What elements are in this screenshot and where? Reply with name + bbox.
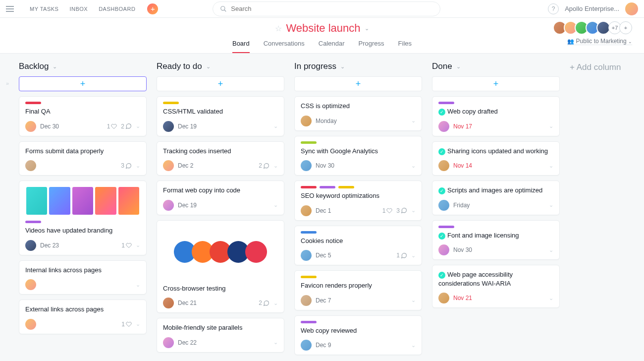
nav-dashboard[interactable]: DASHBOARD	[99, 6, 135, 12]
task-card[interactable]: Format web copy into codeDec 19⌄	[157, 180, 284, 215]
assignee-avatar[interactable]	[438, 293, 449, 303]
task-card[interactable]: ✓Font and image licensingNov 30⌄	[432, 220, 560, 260]
task-card[interactable]: ✓Web page accessibility considerations W…	[432, 265, 560, 308]
card-menu-chevron[interactable]: ⌄	[549, 163, 553, 169]
user-avatar[interactable]	[625, 2, 638, 15]
task-card[interactable]: ✓Web copy draftedNov 17⌄	[432, 96, 560, 136]
card-menu-chevron[interactable]: ⌄	[411, 252, 416, 259]
task-card[interactable]: CSS/HTML validatedDec 19⌄	[157, 96, 284, 136]
assignee-avatar[interactable]	[301, 295, 312, 306]
add-card-button[interactable]: +	[294, 76, 422, 91]
add-card-button[interactable]: +	[157, 76, 284, 91]
nav-my-tasks[interactable]: MY TASKS	[30, 6, 58, 12]
assignee-avatar[interactable]	[163, 121, 174, 132]
card-menu-chevron[interactable]: ⌄	[411, 163, 416, 169]
task-card[interactable]: Internal links across pages⌄	[19, 260, 147, 295]
task-card[interactable]: Forms submit data properly3⌄	[19, 141, 147, 176]
card-menu-chevron[interactable]: ⌄	[549, 202, 553, 208]
card-menu-chevron[interactable]: ⌄	[273, 163, 278, 169]
card-menu-chevron[interactable]: ⌄	[549, 123, 553, 129]
nav-inbox[interactable]: INBOX	[69, 6, 88, 12]
task-card[interactable]: ✓Sharing icons updated and workingNov 14…	[432, 141, 560, 176]
comment-count[interactable]: 1	[396, 252, 407, 259]
like-count[interactable]: 1	[107, 123, 117, 130]
add-column-button[interactable]: + Add column	[570, 61, 621, 73]
workspace-name[interactable]: Apollo Enterprise...	[565, 5, 619, 12]
like-count[interactable]: 1	[382, 207, 393, 214]
add-card-button[interactable]: +	[432, 76, 560, 91]
card-menu-chevron[interactable]: ⌄	[549, 295, 553, 301]
assignee-avatar[interactable]	[25, 319, 36, 330]
card-menu-chevron[interactable]: ⌄	[411, 342, 416, 349]
task-card[interactable]: Cookies noticeDec 51⌄	[294, 226, 422, 266]
project-members[interactable]: +7 +	[556, 21, 632, 35]
card-menu-chevron[interactable]: ⌄	[136, 321, 140, 327]
task-card[interactable]: SEO keyword optimizationsDec 113⌄	[294, 180, 422, 221]
like-count[interactable]: 1	[121, 242, 132, 249]
search-input[interactable]	[231, 5, 433, 12]
comment-count[interactable]: 3	[121, 162, 132, 169]
comment-count[interactable]: 3	[396, 207, 407, 214]
search-box[interactable]	[213, 1, 440, 16]
quick-add-button[interactable]: +	[147, 3, 158, 14]
task-card[interactable]: Sync with Google AnalyticsNov 30⌄	[294, 136, 422, 176]
task-card[interactable]: External links across pages1⌄	[19, 300, 147, 334]
tab-calendar[interactable]: Calendar	[319, 37, 345, 53]
menu-icon[interactable]	[6, 3, 18, 15]
task-card[interactable]: Cross-browser testingDec 212⌄	[157, 220, 284, 313]
assignee-avatar[interactable]	[163, 298, 174, 308]
card-menu-chevron[interactable]: ⌄	[411, 207, 416, 214]
card-menu-chevron[interactable]: ⌄	[273, 339, 278, 346]
column-menu-chevron[interactable]: ⌄	[456, 63, 461, 70]
star-icon[interactable]: ☆	[275, 24, 282, 33]
assignee-avatar[interactable]	[438, 160, 449, 171]
add-card-button[interactable]: +	[19, 76, 147, 91]
assignee-avatar[interactable]	[25, 279, 36, 290]
card-menu-chevron[interactable]: ⌄	[136, 242, 140, 248]
assignee-avatar[interactable]	[25, 121, 36, 132]
card-menu-chevron[interactable]: ⌄	[136, 123, 140, 129]
card-menu-chevron[interactable]: ⌄	[273, 202, 278, 208]
task-card[interactable]: Mobile-friendly site parallelsDec 22⌄	[157, 318, 284, 353]
assignee-avatar[interactable]	[438, 200, 449, 211]
like-count[interactable]: 1	[121, 321, 132, 328]
card-menu-chevron[interactable]: ⌄	[136, 163, 140, 169]
assignee-avatar[interactable]	[25, 240, 36, 251]
task-card[interactable]: Final QADec 3012⌄	[19, 96, 147, 136]
project-menu-chevron[interactable]: ⌄	[365, 25, 369, 32]
task-card[interactable]: Videos have updated brandingDec 231⌄	[19, 180, 147, 255]
comment-count[interactable]: 2	[259, 300, 269, 306]
task-card[interactable]: CSS is optimizedMonday⌄	[294, 96, 422, 131]
comment-count[interactable]: 2	[259, 162, 269, 169]
assignee-avatar[interactable]	[438, 121, 449, 132]
tab-progress[interactable]: Progress	[359, 37, 384, 53]
comment-count[interactable]: 2	[121, 123, 132, 130]
task-card[interactable]: Web copy reviewedDec 9⌄	[294, 315, 422, 356]
assignee-avatar[interactable]	[301, 205, 312, 216]
tab-board[interactable]: Board	[232, 37, 250, 53]
card-menu-chevron[interactable]: ⌄	[273, 300, 278, 306]
assignee-avatar[interactable]	[438, 244, 449, 255]
assignee-avatar[interactable]	[163, 160, 174, 171]
assignee-avatar[interactable]	[301, 340, 312, 351]
card-menu-chevron[interactable]: ⌄	[136, 282, 140, 288]
assignee-avatar[interactable]	[163, 337, 174, 348]
project-visibility[interactable]: 👥 Public to Marketing ⌄	[567, 38, 632, 45]
assignee-avatar[interactable]	[25, 160, 36, 171]
card-menu-chevron[interactable]: ⌄	[411, 118, 416, 124]
add-member-button[interactable]: +	[619, 21, 632, 34]
help-icon[interactable]: ?	[548, 3, 559, 14]
task-card[interactable]: Favicon renders properlyDec 7⌄	[294, 270, 422, 310]
assignee-avatar[interactable]	[163, 200, 174, 211]
card-menu-chevron[interactable]: ⌄	[273, 123, 278, 129]
column-menu-chevron[interactable]: ⌄	[53, 63, 57, 70]
column-menu-chevron[interactable]: ⌄	[340, 63, 345, 70]
tab-files[interactable]: Files	[398, 37, 412, 53]
expand-sidebar-icon[interactable]: »	[6, 80, 9, 86]
card-menu-chevron[interactable]: ⌄	[411, 297, 416, 303]
column-menu-chevron[interactable]: ⌄	[206, 63, 211, 70]
assignee-avatar[interactable]	[301, 160, 312, 171]
tab-conversations[interactable]: Conversations	[264, 37, 305, 53]
assignee-avatar[interactable]	[301, 116, 312, 126]
assignee-avatar[interactable]	[301, 250, 312, 261]
